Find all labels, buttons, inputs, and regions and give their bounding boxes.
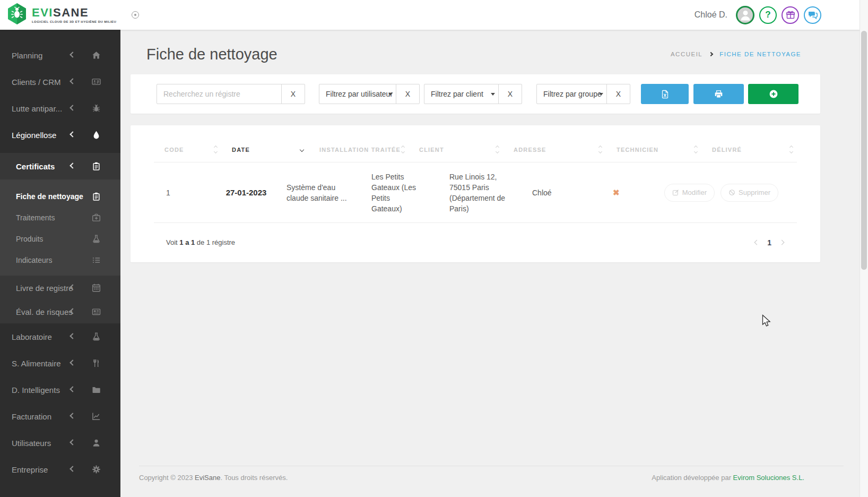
delete-button[interactable]: Supprimer <box>721 184 778 202</box>
user-name[interactable]: Chloé D. <box>695 10 727 20</box>
chevron-left-icon <box>70 78 75 84</box>
sidebar-item-lutte-antiparasitaire[interactable]: Lutte antipar... <box>0 95 120 122</box>
pagination-prev-icon[interactable] <box>755 241 759 244</box>
client-filter-clear-button[interactable]: X <box>498 84 522 104</box>
credit-prefix: Aplication développée par <box>652 474 733 482</box>
pagination: 1 <box>755 238 784 247</box>
sidebar-item-clients-crm[interactable]: Clients / CRM <box>0 68 120 95</box>
credit-brand-link[interactable]: Evirom Soluciones S.L. <box>733 474 804 482</box>
sort-icon <box>496 146 499 153</box>
sidebar-legionellose-submenu: Certificats Fiche de nettoyage Traite <box>0 153 120 323</box>
sort-desc-icon <box>300 148 303 151</box>
column-header-adresse[interactable]: ADRESSE <box>503 146 606 153</box>
brand-tagline: LOGICIEL CLOUD DE 3D ET HYGIÈNE DU MILIE… <box>32 20 116 23</box>
sort-icon <box>790 146 793 153</box>
sidebar-item-indicateurs[interactable]: Indicateurs <box>0 250 120 271</box>
sidebar-item-facturation[interactable]: Facturation <box>0 403 120 430</box>
chevron-left-icon <box>70 333 75 339</box>
search-input[interactable] <box>157 84 282 104</box>
copyright-suffix: . Tous droits réservés. <box>220 474 288 482</box>
id-card-icon <box>91 77 101 87</box>
edit-icon <box>672 189 679 196</box>
sidebar-item-laboratoire[interactable]: Laboratoire <box>0 323 120 350</box>
breadcrumb-current: FICHE DE NETTOYAGE <box>719 51 801 57</box>
sort-icon <box>402 146 404 153</box>
group-filter-clear-button[interactable]: X <box>606 84 630 104</box>
sidebar-item-fiche-de-nettoyage[interactable]: Fiche de nettoyage <box>0 186 120 207</box>
column-header-client[interactable]: CLIENT <box>409 146 503 153</box>
sidebar-item-label: S. Alimentaire <box>12 359 61 368</box>
sidebar-item-livre-de-registre[interactable]: Livre de registre <box>0 276 120 299</box>
caret-down-icon <box>491 93 495 96</box>
copyright-brand: EviSane <box>195 474 220 482</box>
copyright-prefix: Copyright © 2023 <box>139 474 195 482</box>
sidebar-item-label: Utilisateurs <box>12 439 51 448</box>
sidebar-item-produits[interactable]: Produits <box>0 228 120 250</box>
column-label: DATE <box>232 147 250 153</box>
chevron-left-icon <box>70 386 75 392</box>
user-filter-select[interactable]: Filtrez par utilisateur <box>319 84 396 104</box>
gift-button[interactable] <box>782 6 799 24</box>
edit-button[interactable]: Modifier <box>664 184 715 202</box>
sidebar-item-label: Laboratoire <box>12 332 52 341</box>
column-header-delivre[interactable]: DÉLIVRÉ <box>701 146 797 153</box>
column-header-installation[interactable]: INSTALLATION TRAITÉE <box>309 146 409 153</box>
brand-name: EVISANE <box>32 7 116 19</box>
logo[interactable]: EVISANE LOGICIEL CLOUD DE 3D ET HYGIÈNE … <box>0 3 116 27</box>
sidebar-item-label: Lutte antipar... <box>12 104 62 113</box>
sidebar-item-label: Livre de registre <box>16 283 73 292</box>
avatar-icon <box>739 8 752 21</box>
medkit-icon <box>91 213 101 223</box>
client-filter-group: Filtrez par client X <box>424 84 522 104</box>
sidebar-item-s-alimentaire[interactable]: S. Alimentaire <box>0 350 120 376</box>
help-button[interactable]: ? <box>759 6 777 24</box>
export-excel-button[interactable] <box>641 84 689 104</box>
sidebar-toggle-icon[interactable] <box>132 11 139 19</box>
sidebar-item-legionellose[interactable]: Légionellose <box>0 122 120 148</box>
logo-bug-hexagon-icon <box>7 3 27 27</box>
caret-down-icon <box>599 93 603 96</box>
sidebar-item-label: D. Intelligents <box>12 385 60 395</box>
sidebar-item-label: Fiche de nettoyage <box>16 192 83 201</box>
chevron-right-icon <box>709 52 713 56</box>
column-label: CODE <box>164 147 184 153</box>
chat-button[interactable] <box>804 6 821 24</box>
sidebar-item-label: Planning <box>12 51 42 60</box>
print-button[interactable] <box>693 84 744 104</box>
sidebar-item-label: Produits <box>16 235 43 243</box>
scrollbar-thumb[interactable] <box>861 31 867 270</box>
chevron-left-icon <box>70 439 75 445</box>
sidebar-item-d-intelligents[interactable]: D. Intelligents <box>0 376 120 403</box>
search-clear-button[interactable]: X <box>281 84 305 104</box>
flask-icon <box>91 234 101 244</box>
sidebar-item-certificats[interactable]: Certificats <box>0 153 120 179</box>
pagination-next-icon[interactable] <box>780 241 784 244</box>
avatar[interactable] <box>736 6 754 24</box>
chevron-left-icon <box>70 52 75 57</box>
add-record-button[interactable] <box>748 84 798 104</box>
sidebar-item-eval-de-risques[interactable]: Éval. de risques <box>0 299 120 323</box>
breadcrumb-home[interactable]: ACCUEIL <box>671 51 702 57</box>
column-label: DÉLIVRÉ <box>712 147 742 153</box>
sidebar-item-utilisateurs[interactable]: Utilisateurs <box>0 430 120 456</box>
sidebar-item-planning[interactable]: Planning <box>0 42 120 68</box>
utensils-icon <box>91 358 101 369</box>
bug-icon <box>91 104 101 114</box>
column-header-date[interactable]: DATE <box>221 147 309 153</box>
sidebar-item-traitements[interactable]: Traitements <box>0 207 120 228</box>
summary-range: 1 a 1 <box>179 238 195 246</box>
home-icon <box>91 50 101 61</box>
group-filter-select[interactable]: Filtrez par groupe <box>536 84 607 104</box>
chevron-left-icon <box>70 466 75 472</box>
user-filter-clear-button[interactable]: X <box>396 84 420 104</box>
sidebar-item-entreprise[interactable]: Entreprise <box>0 456 120 483</box>
cell-technicien: Chloé <box>531 187 610 198</box>
sidebar-item-label: Légionellose <box>12 131 56 140</box>
client-filter-select[interactable]: Filtrez par client <box>424 84 499 104</box>
group-filter-group: Filtrez par groupe X <box>536 84 630 104</box>
developer-credit: Aplication développée par Evirom Solucio… <box>652 474 804 497</box>
pagination-page-1[interactable]: 1 <box>767 238 771 247</box>
sort-icon <box>214 146 217 153</box>
column-header-code[interactable]: CODE <box>154 146 221 153</box>
column-header-technicien[interactable]: TECHNICIEN <box>606 146 701 153</box>
